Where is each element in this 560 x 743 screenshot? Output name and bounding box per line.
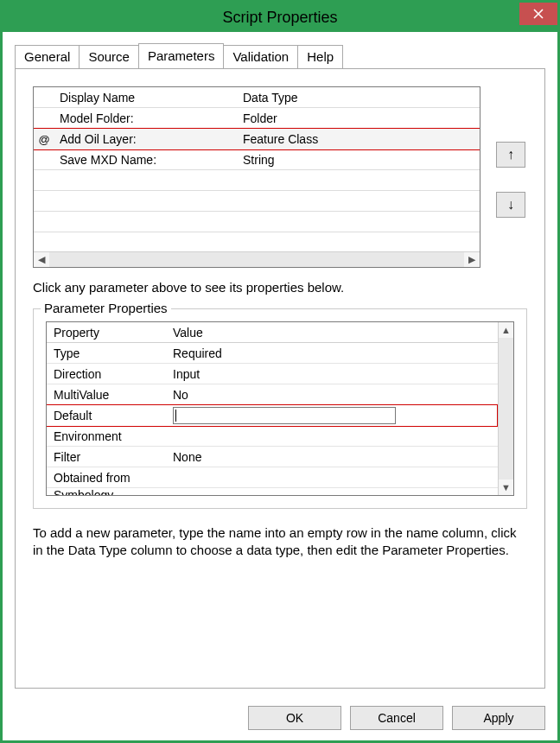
hint-text: Click any parameter above to see its pro…: [33, 280, 527, 295]
scrollbar-track[interactable]: [49, 252, 464, 267]
dialog-window: Script Properties General Source Paramet…: [0, 0, 560, 743]
move-down-button[interactable]: ↓: [496, 192, 525, 218]
property-row[interactable]: MultiValue No: [47, 384, 498, 405]
window-title: Script Properties: [222, 9, 337, 27]
row-type: String: [238, 153, 480, 167]
table-row-selected[interactable]: @ Add Oil Layer: Feature Class: [34, 128, 480, 150]
property-row[interactable]: Environment: [47, 426, 498, 447]
parameters-grid-header: Display Name Data Type: [34, 87, 480, 108]
default-value-input[interactable]: [173, 407, 396, 424]
dialog-button-row: OK Cancel Apply: [3, 697, 557, 740]
titlebar: Script Properties: [3, 3, 557, 32]
table-row[interactable]: [34, 191, 480, 212]
table-row[interactable]: [34, 170, 480, 191]
table-row[interactable]: Model Folder: Folder: [34, 108, 480, 129]
scroll-left-icon[interactable]: ◀: [34, 252, 49, 267]
parameters-section: Display Name Data Type Model Folder: Fol…: [33, 86, 527, 268]
move-up-button[interactable]: ↑: [496, 142, 525, 168]
scroll-right-icon[interactable]: ▶: [464, 252, 480, 267]
parameter-properties-legend: Parameter Properties: [41, 301, 171, 315]
text-caret: [175, 410, 176, 422]
tab-validation[interactable]: Validation: [223, 45, 298, 69]
parameters-grid[interactable]: Display Name Data Type Model Folder: Fol…: [33, 86, 480, 268]
row-name: Add Oil Layer:: [54, 132, 238, 146]
reorder-buttons: ↑ ↓: [496, 86, 527, 268]
row-type: Folder: [238, 111, 480, 125]
table-row[interactable]: [34, 212, 480, 232]
property-key: Direction: [47, 367, 169, 381]
property-key: MultiValue: [47, 388, 169, 402]
row-name: Save MXD Name:: [54, 153, 238, 167]
parameter-properties-group: Parameter Properties Property Value Type…: [33, 308, 527, 509]
property-value: No: [169, 388, 498, 402]
tabstrip: General Source Parameters Validation Hel…: [15, 44, 545, 68]
property-value: Input: [169, 367, 498, 381]
property-value-editor: [169, 407, 497, 424]
table-row[interactable]: [34, 232, 480, 251]
help-text: To add a new parameter, type the name in…: [33, 524, 527, 560]
property-key: Symbology: [47, 488, 169, 496]
scroll-down-icon[interactable]: ▼: [499, 479, 513, 495]
property-row[interactable]: Direction Input: [47, 364, 498, 384]
arrow-up-icon: ↑: [507, 147, 514, 162]
cancel-button[interactable]: Cancel: [350, 706, 443, 730]
close-button[interactable]: [519, 3, 557, 25]
row-name: Model Folder:: [54, 111, 238, 125]
scroll-up-icon[interactable]: ▲: [499, 322, 513, 338]
tab-help[interactable]: Help: [297, 45, 343, 69]
row-indicator: @: [34, 133, 54, 146]
property-value: Required: [169, 346, 498, 360]
property-key: Type: [47, 346, 169, 360]
tab-general[interactable]: General: [15, 45, 80, 69]
header-display-name: Display Name: [54, 91, 238, 105]
property-row[interactable]: Type Required: [47, 343, 498, 364]
properties-grid-header: Property Value: [47, 322, 498, 343]
close-icon: [533, 9, 544, 19]
header-data-type: Data Type: [238, 91, 480, 105]
property-key: Obtained from: [47, 471, 169, 485]
horizontal-scrollbar[interactable]: ◀ ▶: [34, 251, 480, 267]
property-key: Default: [47, 409, 169, 422]
row-type: Feature Class: [238, 132, 480, 146]
content-area: General Source Parameters Validation Hel…: [3, 32, 557, 697]
ok-button[interactable]: OK: [248, 706, 341, 730]
header-value: Value: [169, 326, 498, 340]
apply-button[interactable]: Apply: [452, 706, 545, 730]
property-key: Filter: [47, 450, 169, 464]
vertical-scrollbar[interactable]: ▲ ▼: [498, 322, 513, 495]
property-row[interactable]: Obtained from: [47, 467, 498, 488]
tab-source[interactable]: Source: [79, 45, 139, 69]
property-value: None: [169, 450, 498, 464]
parameters-grid-body: Display Name Data Type Model Folder: Fol…: [34, 87, 480, 251]
property-key: Environment: [47, 429, 169, 443]
property-row-editing[interactable]: Default: [47, 404, 498, 427]
tabpage-parameters: Display Name Data Type Model Folder: Fol…: [15, 68, 545, 689]
properties-grid-body: Property Value Type Required Direction I…: [47, 322, 498, 495]
scrollbar-track[interactable]: [499, 338, 513, 479]
property-row[interactable]: Symbology: [47, 488, 498, 495]
property-row[interactable]: Filter None: [47, 447, 498, 467]
tab-parameters[interactable]: Parameters: [138, 43, 225, 67]
properties-grid[interactable]: Property Value Type Required Direction I…: [46, 321, 514, 496]
arrow-down-icon: ↓: [507, 197, 514, 213]
table-row[interactable]: Save MXD Name: String: [34, 149, 480, 170]
header-property: Property: [47, 326, 169, 340]
